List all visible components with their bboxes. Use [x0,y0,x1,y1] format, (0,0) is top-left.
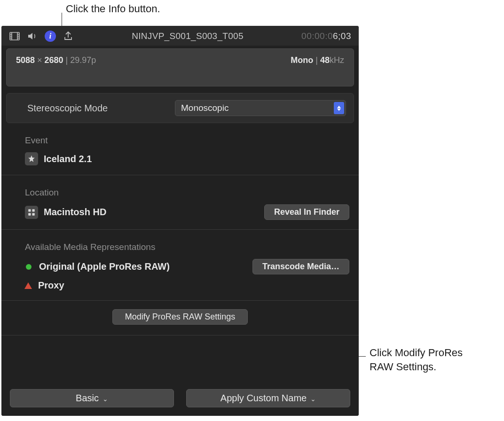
dropdown-arrows-icon [334,102,344,114]
event-section: Event Iceland 2.1 [1,123,359,175]
res-pipe: | [63,55,71,65]
audio-khz-unit: kHz [330,55,344,65]
timecode-dim: 00:00:0 [301,31,333,41]
clip-name: NINJVP_S001_S003_T005 [80,31,295,41]
apply-name-label: Apply Custom Name [220,393,307,403]
annotation-info: Click the Info button. [66,2,160,16]
svg-rect-9 [28,209,31,211]
status-dot-icon [26,264,32,270]
event-name: Iceland 2.1 [44,154,92,164]
stereoscopic-label: Stereoscopic Mode [27,103,164,114]
format-resolution: 5088 × 2680 | 29.97p [16,55,96,65]
inspector-panel: i NINJVP_S001_S003_T005 00:00:06;03 5088… [1,26,359,416]
apply-custom-name-dropdown[interactable]: Apply Custom Name⌄ [186,389,350,407]
transcode-media-button[interactable]: Transcode Media… [252,259,349,274]
location-section: Location Macintosh HD Reveal In Finder [1,175,359,230]
info-icon: i [45,31,56,42]
warning-triangle-icon [24,282,32,289]
location-row: Macintosh HD Reveal In Finder [25,204,349,220]
event-title: Event [25,135,349,146]
media-original-row: Original (Apple ProRes RAW) Transcode Me… [25,259,349,274]
grid-icon [25,206,38,219]
media-title: Available Media Representations [25,242,349,252]
media-section: Available Media Representations Original… [1,230,359,301]
modify-prores-raw-button[interactable]: Modify ProRes RAW Settings [112,309,248,325]
footer: Basic⌄ Apply Custom Name⌄ [1,382,359,416]
chevron-down-icon: ⌄ [102,395,108,403]
media-proxy-label: Proxy [38,280,64,291]
audio-pipe: | [313,55,320,65]
fps: 29.97p [70,55,96,65]
view-mode-label: Basic [76,393,99,403]
stereoscopic-value: Monoscopic [181,103,228,113]
view-mode-dropdown[interactable]: Basic⌄ [10,389,174,407]
audio-khz-num: 48 [320,55,330,65]
location-title: Location [25,187,349,198]
audio-mode: Mono [291,55,313,65]
toolbar: i NINJVP_S001_S003_T005 00:00:06;03 [1,26,359,46]
timecode-bright: 6;03 [333,31,351,41]
media-original-label: Original (Apple ProRes RAW) [39,261,170,272]
res-height: 2680 [45,55,63,65]
video-icon[interactable] [9,31,20,42]
location-name: Macintosh HD [44,207,106,218]
format-bar: 5088 × 2680 | 29.97p Mono | 48kHz [6,48,354,86]
chevron-down-icon: ⌄ [310,395,316,403]
info-button[interactable]: i [45,31,56,42]
audio-icon[interactable] [27,31,38,42]
annotation-modify-l1: Click Modify ProRes [370,347,463,359]
modify-row: Modify ProRes RAW Settings [1,301,359,335]
svg-rect-10 [32,209,35,211]
media-proxy-row: Proxy [25,280,349,291]
star-icon [25,152,38,165]
svg-rect-12 [32,213,35,215]
event-row: Iceland 2.1 [25,152,349,165]
res-width: 5088 [16,55,35,65]
format-audio: Mono | 48kHz [291,55,344,65]
share-icon[interactable] [63,31,74,42]
stereoscopic-dropdown[interactable]: Monoscopic [175,100,346,116]
svg-rect-11 [28,213,31,215]
timecode: 00:00:06;03 [301,31,351,41]
annotation-modify-l2: RAW Settings. [370,361,436,373]
stereoscopic-row: Stereoscopic Mode Monoscopic [6,93,354,123]
res-sep: × [35,55,45,65]
annotation-modify: Click Modify ProRes RAW Settings. [370,346,501,374]
reveal-in-finder-button[interactable]: Reveal In Finder [264,204,349,220]
